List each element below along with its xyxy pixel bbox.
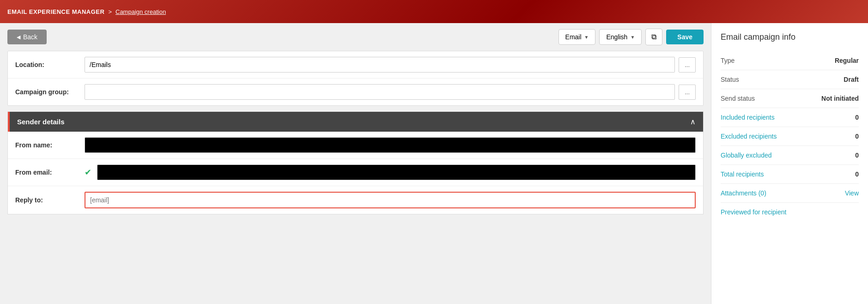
from-email-input-wrap: ✔ [85, 164, 696, 180]
type-label: Type [721, 57, 734, 64]
attachments-label[interactable]: Attachments (0) [721, 189, 766, 197]
email-type-label: Email [565, 33, 582, 41]
back-button[interactable]: Back [7, 30, 47, 44]
reply-to-input[interactable] [85, 192, 696, 208]
app-header: EMAIL EXPERIENCE MANAGER > Campaign crea… [0, 0, 868, 23]
campaign-group-input[interactable] [85, 84, 675, 100]
email-type-dropdown[interactable]: Email ▼ [558, 29, 596, 45]
basic-info-section: Location: ... Campaign group: ... [7, 51, 704, 106]
location-input-wrap: ... [85, 57, 696, 73]
email-valid-icon: ✔ [85, 167, 91, 177]
campaign-group-browse-button[interactable]: ... [679, 85, 696, 100]
campaign-group-row: Campaign group: ... [8, 79, 703, 105]
from-name-input-wrap [85, 137, 696, 153]
total-recipients-value: 0 [855, 170, 859, 178]
app-title: EMAIL EXPERIENCE MANAGER [7, 8, 104, 15]
from-name-row: From name: [8, 132, 703, 159]
campaign-info-title: Email campaign info [721, 32, 859, 42]
attachments-view-link[interactable]: View [845, 189, 859, 197]
campaign-group-label: Campaign group: [15, 88, 85, 96]
copy-button[interactable]: ⧉ [645, 29, 662, 45]
type-value: Regular [835, 57, 859, 64]
send-status-value: Not initiated [821, 95, 859, 102]
info-row-status: Status Draft [721, 70, 859, 89]
from-name-input[interactable] [85, 137, 696, 153]
sender-details-section: Sender details ∧ From name: From email: … [7, 111, 704, 214]
location-browse-button[interactable]: ... [679, 57, 696, 73]
included-recipients-label[interactable]: Included recipients [721, 114, 775, 121]
sender-details-title: Sender details [17, 118, 65, 126]
email-dropdown-arrow: ▼ [584, 35, 589, 40]
globally-excluded-value: 0 [855, 152, 859, 159]
copy-icon: ⧉ [651, 33, 656, 41]
info-row-type: Type Regular [721, 51, 859, 70]
sender-details-header: Sender details ∧ [8, 112, 703, 132]
breadcrumb-link[interactable]: Campaign creation [115, 8, 166, 15]
excluded-recipients-value: 0 [855, 133, 859, 140]
from-email-label: From email: [15, 169, 85, 176]
language-dropdown[interactable]: English ▼ [599, 29, 642, 45]
globally-excluded-label[interactable]: Globally excluded [721, 152, 772, 159]
reply-to-row: Reply to: [8, 186, 703, 214]
info-row-included-recipients: Included recipients 0 [721, 108, 859, 127]
previewed-label[interactable]: Previewed for recipient [721, 208, 786, 216]
location-label: Location: [15, 61, 85, 68]
location-row: Location: ... [8, 51, 703, 79]
total-recipients-label[interactable]: Total recipients [721, 170, 764, 178]
campaign-group-input-wrap: ... [85, 84, 696, 100]
status-label: Status [721, 76, 739, 83]
from-email-input[interactable] [97, 164, 696, 180]
from-name-label: From name: [15, 141, 85, 149]
save-button[interactable]: Save [666, 30, 704, 44]
sender-details-toggle[interactable]: ∧ [690, 117, 696, 126]
info-row-previewed: Previewed for recipient [721, 203, 859, 221]
location-input[interactable] [85, 57, 675, 73]
status-value: Draft [844, 76, 859, 83]
info-row-send-status: Send status Not initiated [721, 89, 859, 108]
reply-to-label: Reply to: [15, 196, 85, 204]
center-panel: Back Email ▼ English ▼ ⧉ Save Location: [0, 23, 711, 304]
from-email-row: From email: ✔ [8, 159, 703, 186]
main-container: Back Email ▼ English ▼ ⧉ Save Location: [0, 23, 868, 304]
send-status-label: Send status [721, 95, 755, 102]
language-label: English [606, 33, 627, 41]
reply-to-input-wrap [85, 192, 696, 208]
info-row-excluded-recipients: Excluded recipients 0 [721, 127, 859, 146]
right-panel: Email campaign info Type Regular Status … [711, 23, 868, 304]
language-dropdown-arrow: ▼ [630, 35, 635, 40]
breadcrumb-separator: > [108, 8, 112, 15]
info-row-attachments: Attachments (0) View [721, 184, 859, 203]
excluded-recipients-label[interactable]: Excluded recipients [721, 133, 777, 140]
included-recipients-value: 0 [855, 114, 859, 121]
toolbar: Back Email ▼ English ▼ ⧉ Save [0, 23, 711, 51]
info-row-globally-excluded: Globally excluded 0 [721, 146, 859, 165]
form-area: Location: ... Campaign group: ... [0, 51, 711, 304]
info-row-total-recipients: Total recipients 0 [721, 165, 859, 184]
